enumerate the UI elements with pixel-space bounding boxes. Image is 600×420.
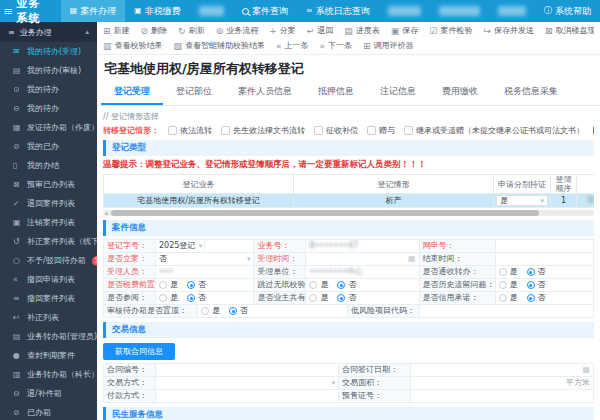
checkbox-expropriation[interactable]: 征收补偿 <box>314 125 358 136</box>
radio-yes[interactable]: 是 <box>159 279 178 291</box>
table-row[interactable]: 宅基地使用权/房屋所有权转移登记 析产 是 ▾ 1 BM1 <box>104 194 595 208</box>
accept-staff-field[interactable]: ••• <box>156 266 254 279</box>
sidebar-item-correction-list[interactable]: ↩补正列表 <box>0 308 97 327</box>
sidebar-item-my-closed[interactable]: ▯我的办结 <box>0 156 97 175</box>
radio-no[interactable]: 否 <box>187 292 206 304</box>
radio-yes[interactable]: 是 <box>201 305 220 317</box>
invoke-evaluator-button[interactable]: ⊞调用评价器 <box>363 40 414 51</box>
tab-note-info[interactable]: 注记信息 <box>367 81 429 105</box>
radio-yes[interactable]: 是 <box>309 279 328 291</box>
report-icon: ▧ <box>174 41 183 51</box>
blurred-nav-item[interactable] <box>498 6 526 16</box>
sidebar-item-returned-case-list[interactable]: ✓退回案件列表 <box>0 194 97 213</box>
radio-no[interactable]: 否 <box>337 292 356 304</box>
delete-button[interactable]: ⊘删除 <box>141 25 168 36</box>
hamburger-menu-icon[interactable]: ≡ <box>0 5 16 18</box>
prev-record-button[interactable]: «上一条 <box>276 40 309 51</box>
radio-yes[interactable]: 是 <box>499 266 518 278</box>
view-check-result-button[interactable]: ▥查看校验结果 <box>103 40 163 51</box>
is-filed-select[interactable]: 否▾ <box>156 253 254 266</box>
horizontal-scrollbar[interactable]: ◂ <box>103 210 594 216</box>
nav-tab-case-query[interactable]: 案件查询 <box>233 0 297 22</box>
radio-yes[interactable]: 是 <box>499 292 518 304</box>
sidebar-item-my-todo-2[interactable]: ⊖我的待办 <box>0 99 97 118</box>
scrollbar-thumb[interactable] <box>111 210 539 216</box>
tray-icon: ▤ <box>13 332 22 341</box>
end-time-field[interactable] <box>496 253 594 266</box>
contract-date-field[interactable]: ▦ <box>411 364 594 377</box>
radio-no[interactable]: 否 <box>229 305 248 317</box>
workflow-button[interactable]: ⊚业务流程 <box>216 25 259 36</box>
sidebar-item-done-box[interactable]: ⊘已办箱 <box>0 403 97 420</box>
case-check-button[interactable]: ☑案件检验 <box>429 25 472 36</box>
low-risk-code-field[interactable] <box>420 305 594 318</box>
progress-sheet-button[interactable]: ▤进度表 <box>344 25 380 36</box>
next-record-button[interactable]: »下一条 <box>320 40 353 51</box>
tab-reg-part[interactable]: 登记部位 <box>163 81 225 105</box>
reg-serial-select[interactable]: 2025登记▾ <box>159 240 204 252</box>
accept-org-field[interactable]: ••••••••中心 <box>306 266 419 279</box>
radio-yes[interactable]: 是 <box>499 279 518 291</box>
sidebar-item-my-todo-1[interactable]: ⊙我的待办 <box>0 80 97 99</box>
sidebar-item-my-done[interactable]: ⊘我的已办 <box>0 137 97 156</box>
checkbox-inherit-no-notary[interactable]: 继承或受遗赠（未提交继承公证书或司法文书） <box>404 125 584 136</box>
new-button[interactable]: ⊞新建 <box>103 25 130 36</box>
sidebar-item-preaudit-done-list[interactable]: ⊠预审已办列表 <box>0 175 97 194</box>
sidebar-item-reject-todo-box[interactable]: ○不予/驳回待办箱3 <box>0 251 97 270</box>
nav-tab-fee[interactable]: ▣ 非税缴费 <box>125 0 190 22</box>
blurred-nav-item[interactable] <box>199 6 224 16</box>
tab-reg-accept[interactable]: 登记受理 <box>101 81 163 105</box>
tab-tax-info[interactable]: 税务信息采集 <box>491 81 571 105</box>
radio-no[interactable]: 否 <box>527 292 546 304</box>
nav-system-help[interactable]: ⓘ 系统帮助 <box>535 0 600 22</box>
blurred-nav-item[interactable] <box>439 6 481 16</box>
separate-cert-select[interactable]: 是 ▾ <box>496 195 548 206</box>
sidebar-item-transfer-box-admin[interactable]: ▤业务转办箱(管理员) <box>0 327 97 346</box>
radio-yes[interactable]: 是 <box>159 292 178 304</box>
checkbox-gift[interactable]: 赠与 <box>367 125 395 136</box>
radio-no[interactable]: 否 <box>337 279 356 291</box>
scroll-left-arrow-icon[interactable]: ◂ <box>103 210 109 216</box>
sidebar-item-transfer-box-chief[interactable]: ▥业务转办箱（科长） <box>0 365 97 384</box>
radio-no[interactable]: 否 <box>187 279 206 291</box>
blurred-nav-item[interactable] <box>388 6 421 16</box>
nav-tab-case-handle[interactable]: ▦ 案件办理 <box>61 0 126 22</box>
checkbox-legal-doc-transfer[interactable]: 先生效法律文书流转 <box>221 125 305 136</box>
trade-method-select[interactable]: ▾ <box>156 377 339 390</box>
presale-cert-no-field[interactable] <box>411 390 594 403</box>
payment-method-field[interactable] <box>156 390 339 403</box>
business-no-field[interactable]: B•••••••47 <box>306 240 419 253</box>
online-apply-no-field[interactable] <box>496 240 594 253</box>
sidebar-group-business[interactable]: ≡ 业务办理 ▴ <box>0 22 97 42</box>
save-and-send-button[interactable]: ↪保存并发送 <box>483 25 534 36</box>
sidebar-item-withdraw-case-list[interactable]: ≡撤回案件列表 <box>0 289 97 308</box>
sidebar-item-my-todo-accept[interactable]: ✉我的待办(受理) <box>0 42 97 61</box>
contract-no-field[interactable] <box>156 364 339 377</box>
return-button[interactable]: ↵退回 <box>307 25 334 36</box>
sidebar-item-correction-case-list-offline[interactable]: ↺补正案件列表（线下） <box>0 232 97 251</box>
nav-tab-syslog[interactable]: ≡ 系统日志查询 <box>297 0 379 22</box>
radio-no[interactable]: 否 <box>527 266 546 278</box>
sidebar-item-cert-todo-void[interactable]: ▦发证待办箱（作废） <box>0 118 97 137</box>
fetch-contract-button[interactable]: 获取合同信息 <box>103 343 175 360</box>
tab-mortgage-info[interactable]: 抵押信息 <box>305 81 367 105</box>
tab-case-persons[interactable]: 案件人员信息 <box>225 81 305 105</box>
sidebar-item-my-todo-review[interactable]: ▤我的待办(审核) <box>0 61 97 80</box>
sidebar-item-seizure-expiry-case[interactable]: ●查封到期案件 <box>0 346 97 365</box>
accept-time-field[interactable]: ▦ <box>306 253 419 266</box>
cancel-site-confirm-button[interactable]: ⊠取消楼盘现场确认 <box>545 25 594 36</box>
refresh-button[interactable]: ↻刷新 <box>178 25 205 36</box>
radio-no[interactable]: 否 <box>527 279 546 291</box>
save-button[interactable]: ▣保存 <box>391 25 419 36</box>
sidebar-item-withdraw-request-list[interactable]: «撤回申请列表 <box>0 270 97 289</box>
radio-yes[interactable]: 是 <box>309 292 328 304</box>
sidebar-item-cancelled-case-list[interactable]: ▣注销案件列表 <box>0 213 97 232</box>
view-smart-check-result-button[interactable]: ▧查看智能辅助校验结果 <box>174 40 266 51</box>
trade-area-field[interactable]: 平方米 <box>411 377 594 390</box>
sidebar-item-return-supplement-box[interactable]: ⊖退/补件箱 <box>0 384 97 403</box>
checkbox-property-split[interactable]: 析产 <box>593 125 594 136</box>
split-case-button[interactable]: +分案 <box>269 25 296 36</box>
checkbox-lawful-transfer[interactable]: 依法流转 <box>168 125 212 136</box>
reg-serial-extra-input[interactable] <box>204 240 250 252</box>
tab-fee-collect[interactable]: 费用缴收 <box>429 81 491 105</box>
